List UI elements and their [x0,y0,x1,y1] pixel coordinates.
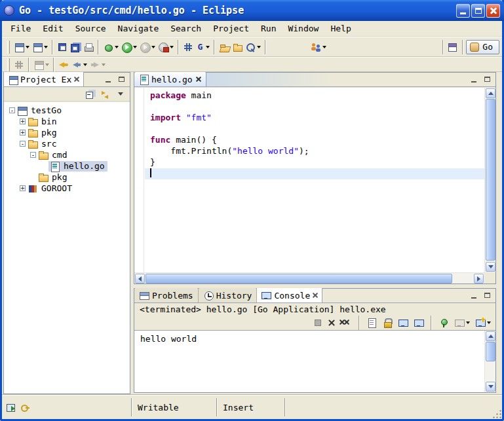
toolbar-grip[interactable] [7,58,10,71]
scroll-left-button[interactable] [135,274,145,284]
profile-button[interactable] [138,39,157,55]
link-with-editor-button[interactable] [99,86,112,102]
terminate-button[interactable] [311,315,324,331]
tab-history[interactable]: History [199,288,258,302]
key-icon[interactable] [20,402,30,412]
minimize-view-button[interactable] [468,291,479,301]
expander-icon[interactable]: - [9,107,15,113]
eclipse-app-icon[interactable] [4,5,14,16]
maximize-view-button[interactable] [482,75,493,84]
scrollbar-thumb[interactable] [145,274,452,284]
menu-help[interactable]: Help [324,22,357,35]
minimize-view-button[interactable] [102,75,113,84]
tree-item-src[interactable]: - src [4,138,130,149]
run-button[interactable] [120,39,138,55]
show-on-stderr-button[interactable] [412,315,425,331]
expander-icon[interactable]: + [20,130,26,136]
save-all-button[interactable] [69,39,82,55]
menu-project[interactable]: Project [207,22,255,35]
code-token: main [186,90,212,100]
tree-item-pkg[interactable]: + pkg [4,127,130,138]
minimize-button[interactable] [456,4,470,18]
fast-view-button[interactable] [6,402,16,412]
remove-all-terminated-button[interactable] [339,315,353,331]
expander-icon[interactable]: + [20,185,26,191]
editor-vertical-scrollbar[interactable] [484,88,495,272]
scroll-right-button[interactable] [474,274,484,284]
open-resource-button[interactable] [218,39,231,55]
tab-project-explorer[interactable]: Project Ex [4,72,84,86]
toolbar-grip[interactable] [7,41,10,54]
menu-source[interactable]: Source [69,22,112,35]
tree-item-testgo[interactable]: - testGo [4,105,130,116]
menu-search[interactable]: Search [165,22,207,35]
window-resize-grip[interactable] [492,409,501,418]
menu-window[interactable]: Window [282,22,324,35]
expander-icon[interactable]: - [20,141,26,147]
code-area[interactable]: package main import "fmt" func main() { … [145,88,484,272]
menu-file[interactable]: File [5,22,37,35]
scroll-lock-button[interactable] [381,315,394,331]
selected-tree-item[interactable]: hello.go [48,161,107,172]
collapse-all-button[interactable] [83,86,96,102]
new-go-element-button[interactable] [31,39,49,55]
tree-item-cmd[interactable]: - cmd [4,149,130,160]
new-go-package-button[interactable] [182,39,195,55]
tree-item-goroot[interactable]: + GOROOT [4,183,130,194]
team-button[interactable] [309,39,328,55]
scrollbar-thumb[interactable] [486,99,495,261]
tree-item-hello-go[interactable]: hello.go [4,160,130,172]
external-tools-button[interactable] [157,39,175,55]
pin-console-button[interactable] [437,315,450,331]
menu-run[interactable]: Run [255,22,282,35]
menu-edit[interactable]: Edit [37,22,69,35]
display-console-button[interactable] [453,315,471,331]
maximize-view-button[interactable] [482,291,493,301]
remove-launch-button[interactable] [327,315,336,331]
print-button[interactable] [82,39,95,55]
maximize-view-button[interactable] [116,75,127,84]
tab-problems[interactable]: Problems [134,288,199,302]
show-on-stdout-button[interactable] [397,315,410,331]
maximize-button[interactable] [471,4,485,18]
open-console-button[interactable] [474,315,492,331]
go-perspective-button[interactable]: Go [466,40,499,54]
console-tab-label: Console [274,291,310,301]
last-edit-location-button[interactable] [57,57,70,73]
close-tab-icon[interactable] [313,293,318,298]
title-bar[interactable]: Go - testGo/src/cmd/hello.go - Eclipse [0,0,504,21]
new-wizard-button[interactable] [12,39,31,55]
forward-button[interactable] [88,57,107,73]
console-output[interactable]: hello world [134,330,495,392]
console-vertical-scrollbar[interactable] [484,331,495,392]
clear-console-button[interactable] [365,315,378,331]
save-button[interactable] [56,39,69,55]
open-perspective-button[interactable] [446,39,459,55]
tab-console[interactable]: Console [257,288,322,302]
new-type-button[interactable] [32,57,50,73]
close-tab-icon[interactable] [196,77,201,82]
search-button[interactable] [244,39,262,55]
tab-hello-go[interactable]: hello.go [134,72,206,86]
view-menu-button[interactable] [115,86,126,102]
close-button[interactable] [486,4,500,18]
expander-icon[interactable]: + [20,119,26,124]
debug-button[interactable] [102,39,120,55]
tree-item-src-pkg[interactable]: pkg [4,172,130,183]
expander-icon[interactable]: - [30,152,36,158]
scroll-up-button[interactable] [486,88,495,98]
close-tab-icon[interactable] [74,77,79,82]
new-go-file-button[interactable]: G [195,39,211,55]
scroll-down-button[interactable] [486,382,495,392]
scrollbar-thumb[interactable] [486,342,495,361]
new-package-button[interactable] [12,57,26,73]
tree-item-bin[interactable]: + bin [4,116,130,127]
minimize-view-button[interactable] [468,75,479,84]
menu-navigate[interactable]: Navigate [112,22,165,35]
scroll-down-button[interactable] [486,262,495,272]
back-button[interactable] [70,57,88,73]
folder-icon [28,128,38,138]
import-button[interactable] [231,39,244,55]
editor-horizontal-scrollbar[interactable] [134,272,484,284]
scroll-up-button[interactable] [486,331,495,341]
